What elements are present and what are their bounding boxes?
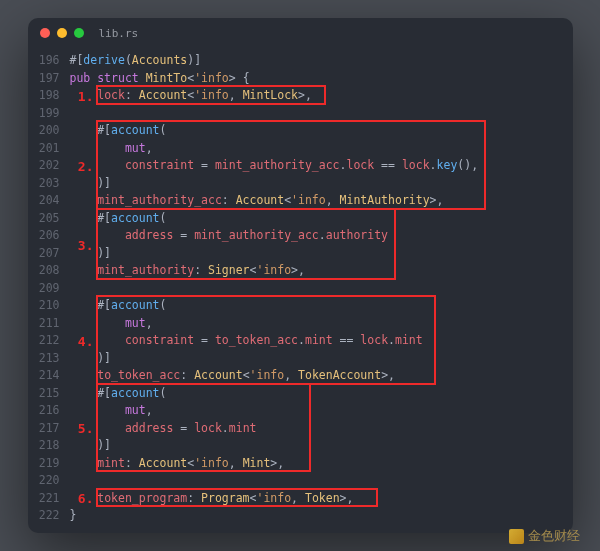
code-line (70, 105, 573, 123)
code-content: #[derive(Accounts)]pub struct MintTo<'in… (70, 52, 573, 525)
code-line: mint_authority: Signer<'info>, (70, 262, 573, 280)
line-number: 197 (28, 70, 60, 88)
line-number: 209 (28, 280, 60, 298)
code-line: constraint = to_token_acc.mint == lock.m… (70, 332, 573, 350)
code-line: to_token_acc: Account<'info, TokenAccoun… (70, 367, 573, 385)
line-number: 210 (28, 297, 60, 315)
code-line: #[derive(Accounts)] (70, 52, 573, 70)
code-line: #[account( (70, 297, 573, 315)
code-line: #[account( (70, 210, 573, 228)
editor-window: lib.rs 196197198199200201202203204205206… (28, 18, 573, 533)
watermark-icon (509, 529, 524, 544)
code-line: )] (70, 175, 573, 193)
watermark: 金色财经 (509, 527, 580, 545)
highlight-number: 2. (72, 158, 94, 176)
code-line: )] (70, 245, 573, 263)
line-number: 214 (28, 367, 60, 385)
code-line: mint: Account<'info, Mint>, (70, 455, 573, 473)
code-line: } (70, 507, 573, 525)
line-number: 219 (28, 455, 60, 473)
code-line: mut, (70, 402, 573, 420)
line-number: 220 (28, 472, 60, 490)
code-line: constraint = mint_authority_acc.lock == … (70, 157, 573, 175)
line-number: 218 (28, 437, 60, 455)
line-number: 203 (28, 175, 60, 193)
line-number: 213 (28, 350, 60, 368)
line-number: 215 (28, 385, 60, 403)
highlight-number: 3. (72, 237, 94, 255)
line-number: 211 (28, 315, 60, 333)
code-line: mut, (70, 315, 573, 333)
code-line: #[account( (70, 122, 573, 140)
close-icon[interactable] (40, 28, 50, 38)
code-line: #[account( (70, 385, 573, 403)
highlight-number: 1. (72, 88, 94, 106)
line-number: 206 (28, 227, 60, 245)
highlight-number: 6. (72, 490, 94, 508)
code-line: )] (70, 350, 573, 368)
line-number: 208 (28, 262, 60, 280)
code-line: token_program: Program<'info, Token>, (70, 490, 573, 508)
line-number: 196 (28, 52, 60, 70)
maximize-icon[interactable] (74, 28, 84, 38)
code-line (70, 472, 573, 490)
watermark-text: 金色财经 (528, 527, 580, 545)
code-area: 1961971981992002012022032042052062072082… (28, 48, 573, 533)
titlebar: lib.rs (28, 18, 573, 48)
minimize-icon[interactable] (57, 28, 67, 38)
code-line: address = mint_authority_acc.authority (70, 227, 573, 245)
code-line: )] (70, 437, 573, 455)
line-number: 217 (28, 420, 60, 438)
code-line (70, 280, 573, 298)
code-line: mut, (70, 140, 573, 158)
highlight-number: 4. (72, 333, 94, 351)
code-line: lock: Account<'info, MintLock>, (70, 87, 573, 105)
line-number: 207 (28, 245, 60, 263)
code-line: address = lock.mint (70, 420, 573, 438)
line-number: 199 (28, 105, 60, 123)
line-number: 198 (28, 87, 60, 105)
line-number: 222 (28, 507, 60, 525)
filename-label: lib.rs (99, 27, 139, 40)
line-number: 205 (28, 210, 60, 228)
line-number: 200 (28, 122, 60, 140)
line-number: 202 (28, 157, 60, 175)
line-number: 204 (28, 192, 60, 210)
line-gutter: 1961971981992002012022032042052062072082… (28, 52, 70, 525)
highlight-number: 5. (72, 420, 94, 438)
code-line: mint_authority_acc: Account<'info, MintA… (70, 192, 573, 210)
code-line: pub struct MintTo<'info> { (70, 70, 573, 88)
line-number: 221 (28, 490, 60, 508)
line-number: 216 (28, 402, 60, 420)
line-number: 201 (28, 140, 60, 158)
line-number: 212 (28, 332, 60, 350)
